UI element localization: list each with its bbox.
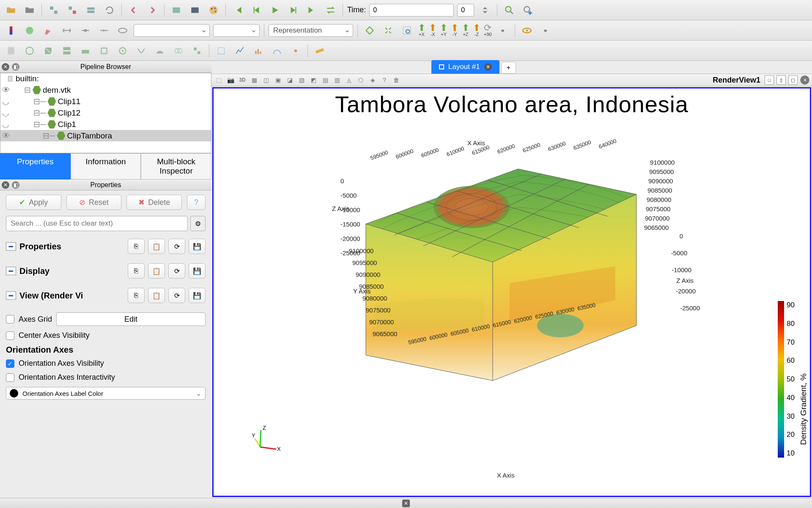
prev-frame-icon[interactable] xyxy=(249,3,264,18)
vt-3d-icon[interactable]: 3D xyxy=(238,75,247,85)
screenshot-icon[interactable] xyxy=(187,3,203,18)
clip-filter-icon[interactable] xyxy=(41,43,56,58)
reset-view-icon[interactable]: ⟳ xyxy=(168,288,185,303)
render-view[interactable]: Tambora Volcano area, Indonesia xyxy=(212,87,811,497)
split-v-icon[interactable]: ▯ xyxy=(776,75,786,85)
vt-sel11-icon[interactable]: ? xyxy=(380,75,389,85)
selection-icon[interactable] xyxy=(214,43,229,58)
vt-sel8-icon[interactable]: ◬ xyxy=(344,75,354,85)
ruler-icon[interactable] xyxy=(312,43,327,58)
orientation-visibility-checkbox[interactable]: ✓ xyxy=(6,359,14,368)
vt-sel1-icon[interactable]: ◫ xyxy=(261,75,271,85)
open-folder-icon[interactable] xyxy=(3,3,19,18)
edit-color-icon[interactable] xyxy=(41,23,56,38)
histogram-icon[interactable] xyxy=(251,43,266,58)
reset-camera-icon[interactable] xyxy=(362,23,377,38)
more-tools-icon[interactable]: » xyxy=(538,23,553,38)
tab-properties[interactable]: Properties xyxy=(0,153,71,179)
reset-display-icon[interactable]: ⟳ xyxy=(168,263,185,279)
vt-trash-icon[interactable]: 🗑 xyxy=(392,75,401,85)
vt-sel3-icon[interactable]: ◪ xyxy=(285,75,294,85)
view-plus-x-icon[interactable]: ⬆+X xyxy=(418,24,425,37)
slice-filter-icon[interactable] xyxy=(59,43,74,58)
add-layout-button[interactable]: + xyxy=(501,62,516,74)
vt-sel10-icon[interactable]: ◈ xyxy=(368,75,377,85)
visibility-eye-icon[interactable]: ◡ xyxy=(2,108,11,118)
copy-display-icon[interactable]: ⎘ xyxy=(128,263,145,279)
orientation-label-color[interactable]: Orientation Axes Label Color ⌄ xyxy=(6,387,206,400)
undo-icon[interactable] xyxy=(126,3,141,18)
time-value-field[interactable]: 0 xyxy=(369,4,454,17)
vt-camera-icon[interactable]: 📷 xyxy=(226,75,235,85)
save-props-icon[interactable]: 💾 xyxy=(189,239,206,254)
split-h-icon[interactable]: □ xyxy=(765,75,774,85)
delete-button[interactable]: ✖Delete xyxy=(126,195,182,210)
tab-multi-block[interactable]: Multi-block Inspector xyxy=(141,153,211,179)
representation-combo[interactable]: Representation xyxy=(269,24,353,37)
section-properties-toggle[interactable]: ━ xyxy=(6,242,16,251)
rescale-time-icon[interactable]: t xyxy=(96,23,112,38)
tab-information[interactable]: Information xyxy=(71,153,141,179)
section-display-toggle[interactable]: ━ xyxy=(6,267,16,275)
properties-search-input[interactable] xyxy=(6,216,188,231)
help-button[interactable]: ? xyxy=(187,195,206,210)
color-legend-icon[interactable] xyxy=(3,23,19,38)
visibility-eye-icon[interactable]: ◡ xyxy=(2,97,11,106)
close-panel-icon[interactable]: ✕ xyxy=(2,63,9,71)
pipeline-item[interactable]: 👁 ⊟─ ClipTambora xyxy=(0,130,211,141)
extract-level-icon[interactable] xyxy=(189,43,205,58)
vt-sel9-icon[interactable]: ⬡ xyxy=(356,75,365,85)
paste-display-icon[interactable]: 📋 xyxy=(148,263,165,279)
visibility-eye-icon[interactable]: 👁 xyxy=(2,131,11,141)
detach-props-icon[interactable]: ◧ xyxy=(12,181,19,189)
plot-data-icon[interactable] xyxy=(269,43,285,58)
first-frame-icon[interactable] xyxy=(230,3,245,18)
rescale-visible-icon[interactable] xyxy=(115,23,130,38)
view-minus-y-icon[interactable]: ⬆-Y xyxy=(451,24,458,37)
redo-icon[interactable] xyxy=(145,3,160,18)
copy-props-icon[interactable]: ⎘ xyxy=(128,239,145,254)
add-find-icon[interactable] xyxy=(520,3,535,18)
copy-view-icon[interactable]: ⎘ xyxy=(128,288,145,303)
axes-grid-edit-button[interactable]: Edit xyxy=(56,312,206,326)
pipeline-item[interactable]: ◡ ⊟─ Clip11 xyxy=(0,96,211,107)
play-icon[interactable] xyxy=(267,3,283,18)
palette-icon[interactable] xyxy=(206,3,221,18)
close-view-icon[interactable]: ✕ xyxy=(800,75,809,85)
visibility-toggle-icon[interactable] xyxy=(519,23,535,38)
zoom-to-data-icon[interactable] xyxy=(381,23,396,38)
time-index-field[interactable]: 0 xyxy=(457,4,474,17)
find-data-icon[interactable] xyxy=(502,3,517,18)
last-frame-icon[interactable] xyxy=(304,3,320,18)
center-axes-checkbox[interactable] xyxy=(6,331,14,340)
group-filter-icon[interactable] xyxy=(171,43,186,58)
rescale-range-icon[interactable] xyxy=(59,23,74,38)
orientation-interactivity-checkbox[interactable] xyxy=(6,373,14,382)
reset-props-icon[interactable]: ⟳ xyxy=(168,239,185,254)
maximize-view-icon[interactable]: ▢ xyxy=(788,75,798,85)
rotate-90-icon[interactable]: ⟳+90 xyxy=(484,24,492,37)
vt-pick-icon[interactable]: ⬚ xyxy=(214,75,223,85)
advanced-toggle-icon[interactable]: ⚙ xyxy=(190,216,206,231)
probe-icon[interactable] xyxy=(288,43,303,58)
close-layout-icon[interactable]: ✕ xyxy=(484,63,492,71)
scalar-bar-icon[interactable] xyxy=(22,23,37,38)
layout-tab-1[interactable]: Layout #1 ✕ xyxy=(431,60,499,74)
save-view-icon[interactable]: 💾 xyxy=(189,288,206,303)
extract-filter-icon[interactable] xyxy=(96,43,112,58)
section-view-toggle[interactable]: ━ xyxy=(6,291,16,300)
visibility-eye-icon[interactable]: 👁 xyxy=(2,86,11,95)
paste-view-icon[interactable]: 📋 xyxy=(148,288,165,303)
color-array-combo[interactable] xyxy=(134,24,210,37)
warp-filter-icon[interactable] xyxy=(152,43,167,58)
connect-icon[interactable] xyxy=(46,3,61,18)
stream-filter-icon[interactable] xyxy=(134,43,149,58)
loop-icon[interactable] xyxy=(323,3,338,18)
view-minus-z-icon[interactable]: ⬆-Z xyxy=(473,24,480,37)
next-frame-icon[interactable] xyxy=(286,3,301,18)
contour-filter-icon[interactable] xyxy=(22,43,37,58)
rescale-custom-icon[interactable] xyxy=(78,23,93,38)
close-props-icon[interactable]: ✕ xyxy=(2,181,9,189)
export-scene-icon[interactable] xyxy=(169,3,184,18)
vt-sel5-icon[interactable]: ◩ xyxy=(309,75,318,85)
